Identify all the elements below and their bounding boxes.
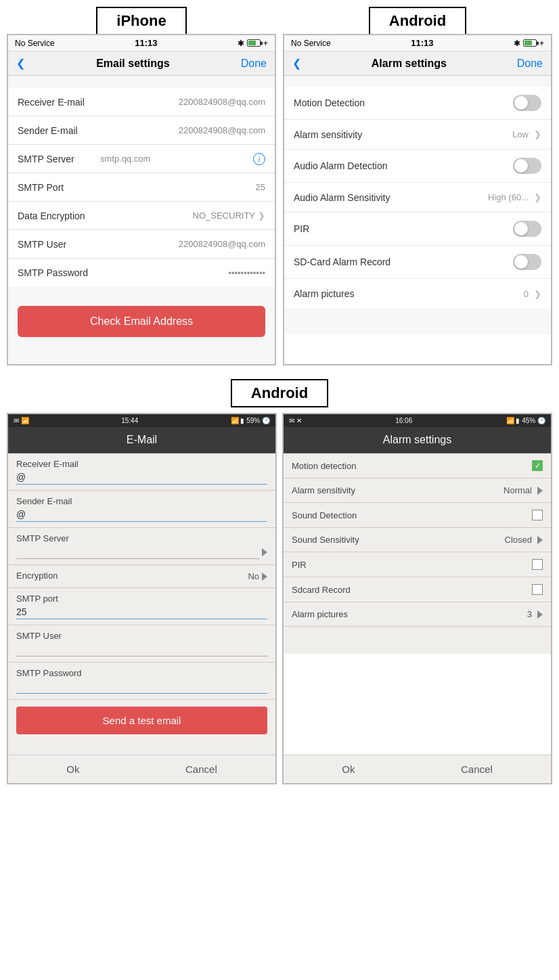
android-statusbar: No Service 11:13 ✱ + (284, 35, 551, 51)
and-status-noservice: No Service (291, 39, 331, 48)
alarm-sensitivity-row[interactable]: Alarm sensitivity Low ❯ (284, 120, 551, 150)
and-status-time: 11:13 (411, 38, 433, 48)
and-back-button[interactable]: ❮ (292, 57, 301, 70)
and-sound-sens-value: Closed (505, 535, 543, 545)
and-dark-signal-right: ✉ ✕ (289, 417, 302, 424)
alarm-settings-section: Motion Detection Alarm sensitivity Low ❯… (284, 87, 551, 309)
navbar-title: Email settings (96, 58, 169, 70)
smtp-user-label: SMTP User (18, 239, 92, 250)
smtp-port-row: SMTP Port 25 (8, 173, 275, 202)
alarm-pictures-label: Alarm pictures (294, 288, 354, 299)
and-smtp-server-label: SMTP Server (16, 533, 267, 543)
pir-checkbox[interactable] (532, 559, 543, 570)
and-alarm-pictures-label: Alarm pictures (292, 609, 348, 619)
battery-plus: + (263, 39, 268, 48)
and-navbar-title: Alarm settings (372, 58, 447, 70)
back-button[interactable]: ❮ (16, 57, 25, 70)
data-encryption-row: Data Encryption NO_SECURITY ❯ (8, 202, 275, 230)
and-sound-sens-row[interactable]: Sound Sensitivity Closed (284, 528, 551, 552)
and-smtp-password-input[interactable] (16, 680, 267, 694)
alarm-pictures-row[interactable]: Alarm pictures 0 ❯ (284, 279, 551, 309)
sdcard-alarm-row: SD-Card Alarm Record (284, 246, 551, 279)
sound-detection-checkbox[interactable] (532, 510, 543, 520)
smtp-password-label: SMTP Password (18, 267, 92, 278)
audio-sensitivity-label: Audio Alarm Sensitivity (294, 192, 390, 203)
audio-sensitivity-value: High (60... ❯ (488, 192, 541, 202)
and-dark-time-right: 16:06 (395, 417, 412, 424)
and-done-button[interactable]: Done (517, 58, 543, 70)
and-battery-icon (523, 39, 537, 47)
info-icon[interactable]: i (253, 153, 265, 165)
sound-sens-triangle (537, 536, 543, 544)
and-sound-detection-row: Sound Detection (284, 503, 551, 528)
and-pir-label: PIR (292, 560, 307, 570)
audio-sensitivity-row[interactable]: Audio Alarm Sensitivity High (60... ❯ (284, 183, 551, 213)
and-sound-detection-label: Sound Detection (292, 510, 357, 520)
and-dark-icons-right: 📶 ▮ 45% 🕐 (506, 417, 545, 424)
smtp-server-row: SMTP Server smtp.qq.com i (8, 145, 275, 173)
email-ok-button[interactable]: Ok (53, 761, 93, 778)
and-smtp-port-input[interactable] (16, 605, 267, 619)
send-test-email-button[interactable]: Send a test email (16, 707, 267, 734)
and-alarm-pictures-row[interactable]: Alarm pictures 3 (284, 602, 551, 627)
iphone-panel: No Service 11:13 ✱ + ❮ Email settings Do… (7, 34, 276, 365)
android-email-form: Receiver E-mail Sender E-mail SMTP Serve… (8, 453, 275, 755)
pir-toggle[interactable] (513, 221, 541, 237)
and-smtp-port-label: SMTP port (16, 594, 267, 604)
and-receiver-row: Receiver E-mail (8, 453, 275, 491)
audio-alarm-toggle[interactable] (513, 158, 541, 174)
smtp-password-row: SMTP Password •••••••••••• (8, 259, 275, 287)
sender-email-value[interactable]: 2200824908@qq.com (95, 125, 265, 135)
smtp-server-value[interactable]: smtp.qq.com (100, 154, 249, 164)
smtp-password-value[interactable]: •••••••••••• (95, 268, 265, 278)
and-smtp-user-label: SMTP User (16, 631, 267, 641)
android-top-panel: No Service 11:13 ✱ + ❮ Alarm settings Do… (283, 34, 552, 365)
and-pir-row: PIR (284, 552, 551, 577)
smtp-port-value[interactable]: 25 (95, 182, 265, 192)
android-top-label: Android (369, 7, 466, 35)
and-smtp-port-row: SMTP port (8, 588, 275, 625)
data-encryption-value[interactable]: NO_SECURITY ❯ (95, 210, 265, 221)
alarm-ok-button[interactable]: Ok (328, 761, 368, 778)
smtp-user-value[interactable]: 2200824908@qq.com (95, 239, 265, 249)
and-sender-input[interactable] (16, 508, 267, 522)
bluetooth-icon: ✱ (238, 39, 244, 48)
alarm-cancel-button[interactable]: Cancel (447, 761, 506, 778)
and-dark-icons-left: 📶 ▮ 59% 🕐 (231, 417, 270, 424)
and-alarm-sens-label: Alarm sensitivity (292, 485, 355, 495)
motion-detection-toggle[interactable] (513, 95, 541, 111)
pir-label: PIR (294, 223, 309, 234)
and-dark-navbar-left: E-Mail (8, 427, 275, 453)
alarm-pictures-chevron: ❯ (534, 289, 541, 299)
and-receiver-input[interactable] (16, 470, 267, 485)
alarm-sensitivity-chevron: ❯ (534, 129, 541, 139)
smtp-server-label: SMTP Server (18, 154, 92, 164)
alarm-sensitivity-label: Alarm sensitivity (294, 129, 362, 140)
and-smtp-user-row: SMTP User (8, 625, 275, 663)
receiver-email-label: Receiver E-mail (18, 97, 92, 108)
and-alarm-sens-row[interactable]: Alarm sensitivity Normal (284, 478, 551, 503)
and-smtp-user-input[interactable] (16, 642, 267, 656)
data-encryption-label: Data Encryption (18, 210, 92, 221)
and-battery-plus: + (539, 39, 544, 48)
alarm-settings-form: Motion Detection Alarm sensitivity Low ❯… (284, 76, 551, 334)
sdcard-alarm-toggle[interactable] (513, 254, 541, 270)
done-button[interactable]: Done (241, 58, 267, 70)
iphone-label: iPhone (96, 7, 186, 35)
smtp-server-triangle (262, 548, 267, 556)
motion-detection-checkbox[interactable] (532, 460, 543, 471)
check-email-button[interactable]: Check Email Address (18, 306, 265, 337)
audio-sensitivity-chevron: ❯ (534, 192, 541, 202)
and-alarm-pictures-value: 3 (527, 609, 543, 619)
and-receiver-label: Receiver E-mail (16, 459, 267, 469)
receiver-email-value[interactable]: 2200824908@qq.com (95, 97, 265, 107)
and-smtp-password-row: SMTP Password (8, 663, 275, 700)
audio-alarm-label: Audio Alarm Detection (294, 160, 388, 171)
sdcard-checkbox[interactable] (532, 584, 543, 595)
email-cancel-button[interactable]: Cancel (172, 761, 231, 778)
android-bottom-label: Android (231, 379, 328, 407)
and-encryption-row: Encryption No (8, 565, 275, 588)
receiver-email-row: Receiver E-mail 2200824908@qq.com (8, 88, 275, 116)
and-dark-signal-left: ✉ 📶 (14, 417, 29, 424)
and-smtp-server-input[interactable] (16, 545, 259, 559)
